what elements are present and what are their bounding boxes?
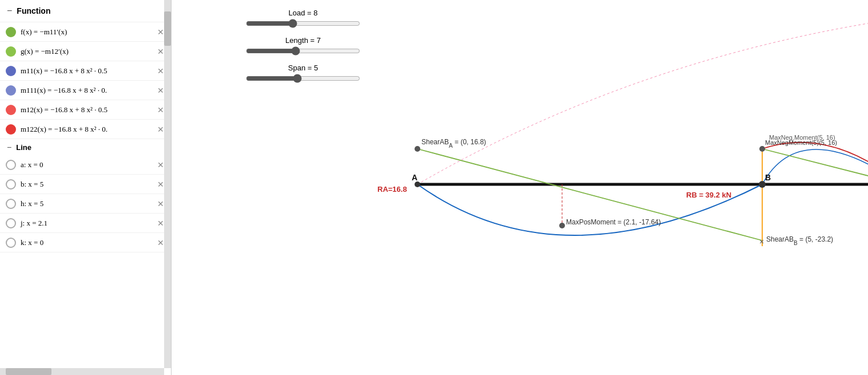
line-circle-b[interactable]	[6, 179, 16, 190]
line-label-j: j: x = 2.1	[21, 219, 156, 228]
label-maxposmoment: MaxPosMoment = (2.1, -17.64)	[566, 218, 661, 226]
line-label-k: k: x = 0	[21, 238, 156, 247]
line-collapse-button[interactable]: −	[7, 143, 11, 152]
label-B: B	[765, 173, 771, 182]
function-color-m111[interactable]	[6, 85, 16, 96]
sidebar-header: − Function	[0, 0, 171, 22]
function-collapse-button[interactable]: −	[7, 6, 12, 16]
sidebar-vscrollbar[interactable]	[164, 0, 171, 368]
function-list: f(x) = −m11′(x) ✕ g(x) = −m12′(x) ✕ m11(…	[0, 22, 171, 139]
line-row-a: a: x = 0 ✕	[0, 155, 171, 175]
line-section-header: − Line	[0, 139, 171, 155]
function-label-m12: m12(x) = −16.8 x + 8 x² · 0.5	[21, 105, 156, 115]
function-color-g[interactable]	[6, 46, 16, 57]
function-color-f[interactable]	[6, 27, 16, 37]
sidebar-hscrollbar[interactable]	[0, 368, 164, 375]
function-label-m111: m111(x) = −16.8 x + 8 x² · 0.	[21, 86, 156, 95]
function-row-m12: m12(x) = −16.8 x + 8 x² · 0.5 ✕	[0, 100, 171, 120]
point-shearABA	[415, 146, 420, 152]
point-A	[415, 181, 420, 187]
point-maxposmoment	[559, 223, 565, 228]
line-label-b: b: x = 5	[21, 180, 156, 189]
line-label-h: h: x = 5	[21, 199, 156, 208]
line-row-j: j: x = 2.1 ✕	[0, 214, 171, 233]
line-row-h: h: x = 5 ✕	[0, 194, 171, 214]
sidebar: − Function f(x) = −m11′(x) ✕ g(x) = −m12…	[0, 0, 172, 375]
line-list: a: x = 0 ✕ b: x = 5 ✕ h: x = 5 ✕ j: x = …	[0, 155, 171, 252]
line-circle-h[interactable]	[6, 199, 16, 209]
function-color-m122[interactable]	[6, 124, 16, 135]
point-shearABB-marker: ×	[759, 237, 764, 246]
sidebar-title: Function	[17, 6, 50, 15]
point-maxnegmoment	[759, 146, 765, 152]
label-RA: RA=16.8	[377, 185, 407, 194]
function-row-g: g(x) = −m12′(x) ✕	[0, 42, 171, 61]
line-row-k: k: x = 0 ✕	[0, 233, 171, 252]
function-row-m122: m122(x) = −16.8 x + 8 x² · 0. ✕	[0, 120, 171, 139]
function-label-m122: m122(x) = −16.8 x + 8 x² · 0.	[21, 125, 156, 134]
label-A: A	[412, 173, 417, 182]
function-row-m111: m111(x) = −16.8 x + 8 x² · 0. ✕	[0, 81, 171, 100]
label-maxnegmoment2: MaxNeg.Moment(5, 16)	[769, 134, 835, 141]
line-circle-k[interactable]	[6, 238, 16, 248]
function-color-m12[interactable]	[6, 105, 16, 115]
line-label-a: a: x = 0	[21, 160, 156, 169]
function-row-f: f(x) = −m11′(x) ✕	[0, 22, 171, 42]
function-label-m11: m11(x) = −16.8 x + 8 x² · 0.5	[21, 66, 156, 76]
label-RB: RB = 39.2 kN	[686, 191, 731, 199]
main-canvas-area: Load = 8 Length = 7 Span = 5	[172, 0, 868, 375]
label-shearABB: ShearABB = (5, -23.2)	[766, 235, 833, 246]
line-section-title: Line	[16, 143, 31, 152]
line-row-b: b: x = 5 ✕	[0, 175, 171, 194]
label-shearABA: ShearABA = (0, 16.8)	[421, 138, 486, 149]
diagram-svg: × A B C RA=16.8 RB = 39.2 kN ShearABA = …	[172, 0, 868, 375]
line-circle-j[interactable]	[6, 218, 16, 228]
line-circle-a[interactable]	[6, 160, 16, 170]
bending-moment-curve-bc	[762, 149, 868, 184]
function-row-m11: m11(x) = −16.8 x + 8 x² · 0.5 ✕	[0, 61, 171, 81]
function-label-g: g(x) = −m12′(x)	[21, 47, 156, 56]
function-label-f: f(x) = −m11′(x)	[21, 27, 156, 37]
function-color-m11[interactable]	[6, 66, 16, 76]
